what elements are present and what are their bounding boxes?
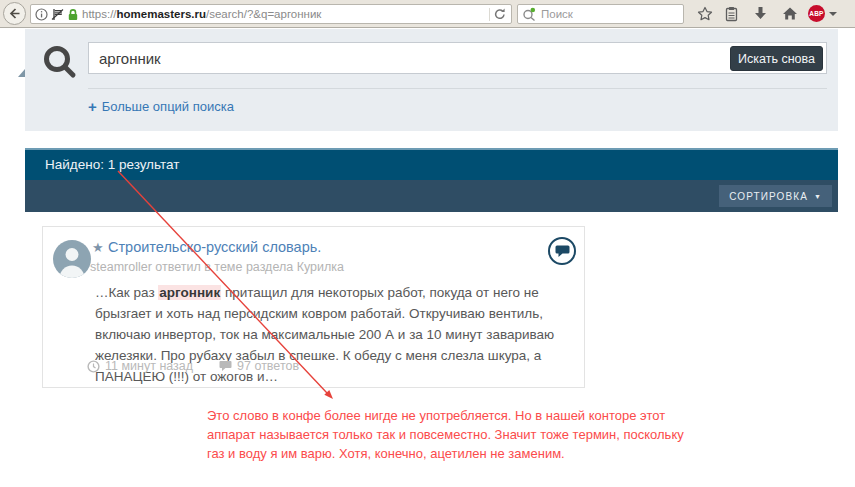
- results-count-label: Найдено: 1 результат: [45, 157, 179, 172]
- tracking-protection-icon[interactable]: [51, 8, 64, 21]
- replies-meta: 97 ответов: [219, 359, 299, 373]
- result-title-link[interactable]: Строительско-русский словарь.: [108, 239, 321, 255]
- result-card[interactable]: ★ Строительско-русский словарь. steamrol…: [42, 226, 585, 388]
- replies-label: 97 ответов: [237, 359, 299, 373]
- star-icon[interactable]: ★: [92, 241, 104, 254]
- avatar[interactable]: [53, 240, 91, 278]
- time-label: 11 минут назад: [105, 359, 193, 373]
- results-toolbar: СОРТИРОВКА ▼: [25, 180, 838, 212]
- plus-icon: +: [88, 100, 97, 113]
- chevron-down-icon: ▼: [814, 193, 822, 200]
- topic-reply-icon[interactable]: [548, 237, 576, 265]
- adblock-label: ABP: [809, 10, 823, 17]
- url-scheme: https://: [82, 8, 117, 20]
- browser-search-placeholder: Поиск: [541, 8, 573, 20]
- more-search-options-label: Больше опций поиска: [102, 99, 234, 114]
- search-again-button[interactable]: Искать снова: [730, 46, 823, 71]
- annotation-line: Это слово в конфе более нигде не употреб…: [207, 406, 684, 425]
- user-silhouette-icon: [53, 240, 91, 278]
- panel-divider: [88, 88, 827, 89]
- url-host: homemasters.ru: [117, 8, 206, 20]
- url-text: https://homemasters.ru/search/?&q=аргонн…: [82, 8, 321, 20]
- browser-search-field[interactable]: Поиск: [517, 4, 684, 24]
- more-search-options-link[interactable]: + Больше опций поиска: [88, 99, 234, 114]
- bookmark-star-icon[interactable]: [697, 6, 713, 22]
- url-bar[interactable]: https://homemasters.ru/search/?&q=аргонн…: [30, 4, 512, 24]
- search-panel: Искать снова + Больше опций поиска: [25, 29, 838, 131]
- urlbar-divider: [489, 8, 490, 21]
- result-meta-row: 11 минут назад 97 ответов: [87, 359, 299, 373]
- time-meta: 11 минут назад: [87, 359, 193, 373]
- site-search-input[interactable]: [88, 42, 827, 74]
- screen: https://homemasters.ru/search/?&q=аргонн…: [0, 0, 855, 487]
- clock-icon: [87, 360, 100, 373]
- sort-button-label: СОРТИРОВКА: [729, 191, 808, 202]
- back-arrow-icon: [8, 7, 21, 20]
- back-button[interactable]: [3, 2, 26, 25]
- search-icon: [42, 45, 78, 79]
- search-term-highlight: аргонник: [158, 285, 221, 300]
- search-engine-icon[interactable]: [522, 7, 537, 22]
- reload-icon[interactable]: [493, 7, 507, 21]
- browser-toolbar: https://homemasters.ru/search/?&q=аргонн…: [0, 0, 855, 28]
- sort-button[interactable]: СОРТИРОВКА ▼: [719, 185, 832, 207]
- home-icon[interactable]: [782, 6, 798, 21]
- result-subtitle: steamroller ответил в теме раздела Курил…: [90, 260, 344, 274]
- annotation-line: газ и воду я им варю. Хотя, конечно, аце…: [207, 444, 684, 463]
- adblock-caret-icon[interactable]: [829, 12, 837, 20]
- adblock-icon[interactable]: ABP: [808, 5, 825, 22]
- page-info-icon[interactable]: [35, 8, 48, 21]
- speech-bubble-icon: [555, 244, 570, 258]
- https-lock-icon[interactable]: [67, 8, 79, 21]
- annotation-text: Это слово в конфе более нигде не употреб…: [207, 406, 684, 463]
- excerpt-prefix: …Как раз: [95, 285, 158, 300]
- annotation-line: аппарат называется только так и повсемес…: [207, 425, 684, 444]
- replies-bubble-icon: [219, 360, 232, 372]
- results-found-bar: Найдено: 1 результат: [25, 148, 838, 180]
- url-path: /search/?&q=аргонник: [206, 8, 321, 20]
- bookmarks-menu-icon[interactable]: [724, 6, 739, 22]
- downloads-icon[interactable]: [753, 6, 768, 21]
